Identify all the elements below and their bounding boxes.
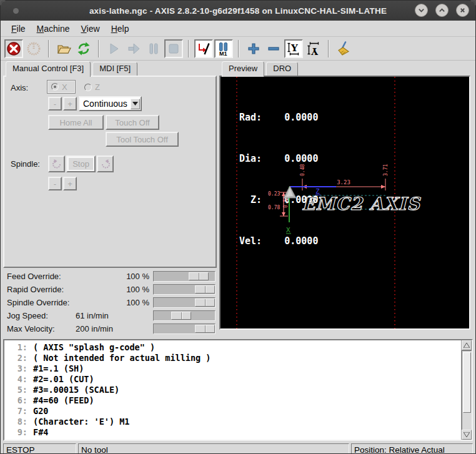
- spindle-override-slider[interactable]: [153, 297, 216, 308]
- view-y2-button[interactable]: Y: [304, 39, 323, 58]
- svg-text:Y: Y: [311, 46, 319, 56]
- manual-control-frame: Axis: X Z - + Continuous Home All: [3, 76, 217, 268]
- preview-frame: Rad: 0.0000 Dia: 0.0000 Z: 0.0000 Vel: 0…: [219, 76, 470, 330]
- spindle-cw-button[interactable]: [97, 155, 114, 172]
- combobox-arrow-button[interactable]: [131, 99, 140, 109]
- zoom-out-button[interactable]: [264, 39, 283, 58]
- open-file-button[interactable]: [54, 39, 73, 58]
- radio-axis-x[interactable]: X: [47, 80, 76, 94]
- gcode-line[interactable]: 1:( AXIS "splash g-code" ): [4, 342, 461, 353]
- scroll-down-button[interactable]: [462, 430, 472, 440]
- gcode-text[interactable]: 1:( AXIS "splash g-code" ) 2:( Not inten…: [4, 340, 461, 440]
- minimize-button[interactable]: [415, 4, 428, 17]
- triangle-up-icon: [464, 343, 470, 348]
- axis-window: axis-lathe.ngc - AXIS 2.8.2-10-g6d29f145…: [0, 0, 476, 454]
- gcode-line[interactable]: 5:#3=.00015 (SCALE): [4, 385, 461, 395]
- dim-z-span: 3.23: [337, 179, 350, 185]
- status-machine-state: ESTOP: [3, 443, 76, 454]
- slider-handle[interactable]: [189, 272, 209, 280]
- jog-minus-button[interactable]: -: [48, 97, 62, 111]
- jog-speed-slider[interactable]: [153, 310, 216, 321]
- gcode-line[interactable]: 8:(Character: 'E') M1: [4, 417, 461, 427]
- gcode-line[interactable]: 3:#1=.1 (SH): [4, 363, 461, 374]
- estop-icon: [6, 41, 21, 56]
- menu-help[interactable]: Help: [106, 22, 135, 36]
- toolbar-separator: [48, 40, 49, 57]
- status-tool: No tool: [78, 443, 349, 454]
- spindle-ccw-button[interactable]: [48, 155, 65, 172]
- dim-x-max: 0.78: [268, 205, 280, 210]
- gcode-line[interactable]: 7:G20: [4, 406, 461, 417]
- jog-plus-button[interactable]: +: [63, 97, 77, 111]
- chevron-up-icon: [439, 7, 445, 14]
- rapid-override-slider[interactable]: [153, 284, 216, 295]
- slider-handle[interactable]: [195, 285, 215, 294]
- max-velocity-value: 200 in/min: [72, 324, 153, 333]
- stop-button[interactable]: [164, 39, 183, 58]
- zoom-in-button[interactable]: [244, 39, 263, 58]
- menu-file[interactable]: File: [6, 22, 31, 36]
- slider-handle[interactable]: [195, 299, 215, 307]
- stop-icon: [166, 41, 181, 56]
- max-velocity-row: Max Velocity: 200 in/min: [7, 322, 217, 335]
- run-button[interactable]: [104, 39, 123, 58]
- dim-arrow: [282, 212, 285, 216]
- scrollbar-track[interactable]: [462, 350, 472, 430]
- gcode-line[interactable]: 4:#2=.01 (CUT): [4, 374, 461, 385]
- rapid-override-row: Rapid Override: 100 %: [7, 283, 217, 296]
- spindle-stop-button[interactable]: Stop: [66, 155, 96, 172]
- main-area: Manual Control [F3] MDI [F5] Axis: X Z -…: [1, 61, 475, 336]
- reload-button[interactable]: [74, 39, 93, 58]
- menu-view[interactable]: View: [76, 22, 106, 36]
- x-axis-label: X: [286, 226, 290, 234]
- home-all-button[interactable]: Home All: [48, 115, 104, 130]
- tab-dro[interactable]: DRO: [266, 62, 298, 76]
- titlebar[interactable]: axis-lathe.ngc - AXIS 2.8.2-10-g6d29f145…: [1, 1, 475, 21]
- touch-off-button[interactable]: Touch Off: [106, 115, 159, 130]
- maximize-button[interactable]: [435, 4, 449, 17]
- pause-icon: [146, 41, 161, 56]
- gcode-scrollbar[interactable]: [461, 340, 472, 440]
- scrollbar-thumb[interactable]: [463, 352, 471, 413]
- spindle-cw-icon: [100, 159, 111, 170]
- view-y-button[interactable]: Y: [284, 39, 303, 58]
- broom-icon: [336, 41, 351, 56]
- dim-z-max: 3.71: [383, 164, 389, 176]
- gcode-line[interactable]: 6:#4=60 (FEED): [4, 395, 461, 406]
- clear-plot-button[interactable]: [334, 39, 353, 58]
- skip-lines-toggle[interactable]: [194, 39, 213, 58]
- max-velocity-slider[interactable]: [153, 323, 216, 334]
- svg-text:Y: Y: [290, 42, 298, 54]
- machine-power-button[interactable]: [24, 39, 43, 58]
- rapid-override-label: Rapid Override:: [7, 285, 72, 294]
- optional-stop-toggle[interactable]: M1: [214, 39, 233, 58]
- tool-touch-off-button[interactable]: Tool Touch Off: [106, 132, 179, 147]
- spindle-override-label: Spindle Override:: [7, 298, 72, 307]
- spindle-faster-button[interactable]: +: [63, 177, 77, 190]
- toolbar-separator: [98, 40, 99, 57]
- close-button[interactable]: [456, 4, 469, 17]
- tab-preview[interactable]: Preview: [222, 61, 264, 77]
- spindle-slower-button[interactable]: -: [48, 177, 62, 190]
- preview-canvas[interactable]: Rad: 0.0000 Dia: 0.0000 Z: 0.0000 Vel: 0…: [221, 77, 469, 328]
- feed-override-slider[interactable]: [153, 271, 216, 282]
- gcode-line[interactable]: 2:( Not intended for actual milling ): [4, 353, 461, 363]
- zoom-out-icon: [266, 41, 281, 56]
- slider-handle[interactable]: [195, 325, 215, 333]
- gcode-line[interactable]: 9:F#4: [4, 427, 461, 438]
- menu-machine[interactable]: Machine: [31, 22, 76, 36]
- spindle-ccw-icon: [51, 159, 62, 170]
- tab-manual-control[interactable]: Manual Control [F3]: [6, 61, 91, 77]
- estop-button[interactable]: [4, 39, 23, 58]
- emc2-axis-logo: EMC2 AXIS: [302, 194, 421, 214]
- jog-mode-combobox[interactable]: Continuous: [79, 96, 142, 111]
- jog-speed-label: Jog Speed:: [7, 311, 72, 320]
- tab-mdi[interactable]: MDI [F5]: [92, 62, 137, 76]
- pause-button[interactable]: [144, 39, 163, 58]
- toolbar: M1 Y Y: [1, 37, 475, 61]
- scroll-up-button[interactable]: [462, 340, 472, 350]
- slider-handle[interactable]: [171, 312, 191, 320]
- step-icon: [126, 41, 141, 56]
- radio-axis-z[interactable]: Z: [84, 82, 100, 92]
- step-button[interactable]: [124, 39, 143, 58]
